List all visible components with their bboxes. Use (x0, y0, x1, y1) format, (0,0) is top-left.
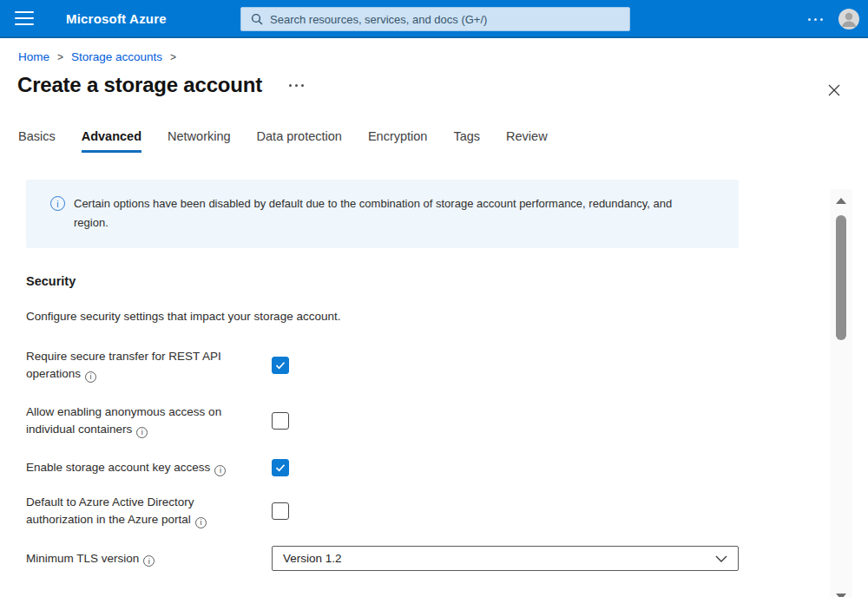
info-tooltip-icon[interactable]: i (143, 555, 155, 567)
checkbox-key-access[interactable] (272, 459, 289, 476)
page-title: Create a storage account (17, 73, 262, 97)
section-description: Configure security settings that impact … (26, 310, 868, 323)
tab-advanced[interactable]: Advanced (82, 129, 141, 153)
field-label: Default to Azure Active Directory author… (26, 494, 272, 528)
search-input[interactable] (270, 8, 629, 30)
section-heading-security: Security (26, 274, 868, 288)
person-icon (838, 9, 859, 30)
field-label: Minimum TLS versioni (26, 550, 272, 567)
field-aad-authorization: Default to Azure Active Directory author… (26, 494, 868, 528)
global-search[interactable] (240, 7, 630, 31)
tab-data-protection[interactable]: Data protection (257, 129, 342, 153)
info-tooltip-icon[interactable]: i (195, 517, 207, 528)
checkmark-icon (275, 361, 286, 370)
azure-portal-window: Microsoft Azure Home > Storage accounts … (0, 0, 868, 597)
breadcrumb-separator: > (170, 51, 176, 63)
field-key-access: Enable storage account key accessi (26, 459, 868, 476)
close-blade-button[interactable] (826, 82, 842, 98)
breadcrumb-storage-accounts[interactable]: Storage accounts (71, 50, 162, 63)
info-banner-text: Certain options have been disabled by de… (74, 194, 700, 233)
tls-version-select[interactable]: Version 1.2 (272, 546, 739, 571)
top-bar: Microsoft Azure (0, 0, 868, 38)
tab-encryption[interactable]: Encryption (368, 129, 428, 153)
chevron-down-icon (715, 555, 727, 562)
info-tooltip-icon[interactable]: i (214, 465, 226, 476)
tab-bar: Basics Advanced Networking Data protecti… (18, 129, 868, 153)
checkmark-icon (275, 463, 286, 472)
field-anonymous-access: Allow enabling anonymous access on indiv… (26, 403, 868, 438)
tab-basics[interactable]: Basics (18, 129, 56, 153)
info-tooltip-icon[interactable]: i (136, 427, 148, 438)
tab-networking[interactable]: Networking (168, 129, 231, 153)
breadcrumb-separator: > (57, 51, 63, 63)
breadcrumb: Home > Storage accounts > (18, 50, 868, 63)
info-banner: i Certain options have been disabled by … (26, 180, 739, 248)
scroll-up-arrow-icon[interactable] (836, 198, 846, 204)
field-label: Enable storage account key accessi (26, 459, 272, 476)
close-icon (828, 84, 840, 96)
checkbox-anonymous-access[interactable] (272, 412, 289, 430)
brand-title: Microsoft Azure (66, 11, 167, 26)
checkbox-aad-authorization[interactable] (272, 502, 289, 520)
tls-version-value: Version 1.2 (283, 552, 342, 565)
security-form: Require secure transfer for REST API ope… (26, 348, 868, 571)
info-tooltip-icon[interactable]: i (85, 371, 96, 383)
field-minimum-tls-version: Minimum TLS versioni Version 1.2 (26, 546, 868, 571)
field-require-secure-transfer: Require secure transfer for REST API ope… (26, 348, 868, 383)
scroll-down-arrow-icon[interactable] (836, 594, 846, 597)
search-icon (251, 13, 263, 25)
tab-review[interactable]: Review (506, 129, 548, 153)
topbar-more-icon[interactable] (808, 18, 823, 21)
avatar[interactable] (838, 9, 859, 30)
hamburger-menu-icon[interactable] (15, 11, 34, 25)
checkbox-require-secure-transfer[interactable] (272, 357, 289, 374)
breadcrumb-home[interactable]: Home (18, 50, 49, 63)
scrollbar-thumb[interactable] (836, 215, 846, 340)
field-label: Allow enabling anonymous access on indiv… (26, 403, 272, 438)
vertical-scrollbar (830, 189, 852, 597)
field-label: Require secure transfer for REST API ope… (26, 348, 272, 383)
tab-tags[interactable]: Tags (453, 129, 480, 153)
info-icon: i (50, 196, 65, 211)
title-more-icon[interactable] (289, 84, 304, 87)
title-row: Create a storage account (17, 73, 868, 97)
